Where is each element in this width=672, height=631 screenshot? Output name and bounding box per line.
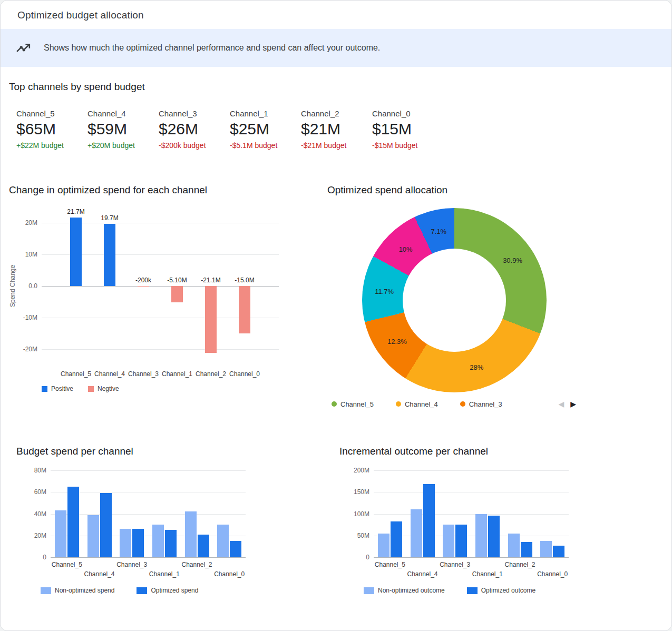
x-tick-label: Channel_3: [128, 370, 159, 378]
bar-optimized: [423, 484, 435, 557]
legend-prev-page-icon[interactable]: ◀: [558, 400, 564, 408]
spend-change-chart: Spend Change 20M10M0.0-10M-20M21.7M19.7M…: [42, 207, 279, 365]
legend-item: Channel_3: [460, 400, 502, 408]
gridline: [51, 536, 246, 536]
x-tick-label: Channel_1: [162, 370, 192, 378]
spend-change-chart-title: Change in optimized spend for each chann…: [9, 184, 307, 196]
legend-item: Channel_4: [396, 400, 438, 408]
bar-negative: [205, 286, 217, 353]
incremental-outcome-chart: 200M150M100M50M0: [374, 470, 569, 557]
y-tick-label: -10M: [23, 314, 37, 321]
value-label: -21.1M: [201, 277, 220, 284]
channel-value: $21M: [301, 120, 372, 139]
bar-negative: [138, 286, 149, 287]
bar-non-optimized: [475, 514, 487, 558]
y-tick-label: 100M: [354, 510, 369, 518]
bar-non-optimized: [443, 525, 454, 557]
donut-slice-label: 10%: [399, 245, 413, 253]
donut-slice-label: 12.3%: [387, 338, 407, 346]
bar-optimized: [165, 530, 177, 557]
bar-non-optimized: [540, 541, 552, 557]
legend-item: Non-optimized outcome: [364, 587, 445, 594]
incremental-outcome-x-axis: Channel_5Channel_4Channel_3Channel_1Chan…: [374, 557, 569, 580]
bar-optimized: [230, 541, 241, 557]
y-tick-label: 0.0: [28, 282, 37, 290]
channel-budget-delta: -$5.1M budget: [230, 141, 301, 150]
channel-budget-delta: -$200k budget: [159, 141, 230, 150]
legend-item: Optimized outcome: [467, 587, 535, 594]
gridline: [42, 349, 279, 350]
bar-negative: [171, 286, 183, 302]
incremental-outcome-legend: Non-optimized outcomeOptimized outcome: [364, 587, 592, 594]
panel-header: Optimized budget allocation: [1, 1, 671, 29]
y-tick-label: 20M: [25, 219, 37, 226]
channel-name: Channel_5: [16, 109, 87, 119]
channel-budget-delta: +$22M budget: [16, 141, 87, 150]
channel-card: Channel_5$65M+$22M budget: [16, 109, 87, 150]
channel-name: Channel_3: [159, 109, 230, 119]
x-tick-label: Channel_4: [84, 570, 114, 578]
x-tick-label: Channel_4: [94, 370, 125, 378]
legend-label: Non-optimized spend: [55, 587, 114, 594]
x-tick-label: Channel_0: [229, 370, 260, 378]
legend-label: Optimized outcome: [481, 587, 535, 594]
bar-negative: [239, 286, 250, 333]
spend-change-legend: PositiveNegtive: [42, 385, 307, 392]
bar-non-optimized: [378, 534, 389, 557]
y-axis-title: Spend Change: [9, 207, 16, 365]
channel-name: Channel_4: [87, 109, 159, 119]
donut-slice-label: 11.7%: [375, 287, 394, 295]
x-tick-label: Channel_2: [196, 370, 226, 378]
channel-budget-delta: +$20M budget: [87, 141, 159, 150]
budget-spend-x-axis: Channel_5Channel_4Channel_3Channel_1Chan…: [51, 557, 246, 580]
legend-item: Positive: [42, 385, 73, 392]
bar-optimized: [132, 529, 144, 557]
channel-card: Channel_1$25M-$5.1M budget: [230, 109, 301, 150]
value-label: -5.10M: [167, 277, 187, 284]
channel-name: Channel_1: [230, 109, 301, 119]
value-label: -200k: [135, 277, 151, 284]
legend-swatch: [42, 386, 47, 392]
x-tick-label: Channel_3: [440, 561, 470, 568]
charts-row-bottom: Budget spend per channel 80M60M40M20M0 C…: [1, 445, 671, 603]
top-channels-section: Top channels by spend budget Channel_5$6…: [1, 67, 671, 150]
legend-label: Positive: [51, 385, 73, 392]
donut-legend: Channel_5Channel_4Channel_3: [332, 400, 502, 408]
incremental-outcome-chart-section: Incremental outcome per channel 200M150M…: [339, 445, 592, 594]
y-tick-label: 50M: [357, 532, 369, 539]
bar-non-optimized: [185, 511, 197, 557]
channel-value: $59M: [87, 120, 159, 139]
y-tick-label: 60M: [34, 488, 46, 496]
channel-value: $25M: [230, 120, 301, 139]
channel-value: $15M: [372, 120, 443, 139]
x-tick-label: Channel_1: [149, 570, 180, 578]
charts-row-top: Change in optimized spend for each chann…: [1, 184, 671, 410]
bar-positive: [104, 224, 115, 286]
y-tick-label: 0: [43, 554, 46, 561]
x-tick-label: Channel_5: [61, 370, 91, 378]
channel-card: Channel_3$26M-$200k budget: [159, 109, 230, 150]
y-tick-label: -20M: [23, 346, 37, 353]
legend-swatch: [332, 401, 337, 407]
incremental-outcome-chart-title: Incremental outcome per channel: [339, 445, 592, 458]
channel-budget-delta: -$15M budget: [372, 141, 443, 150]
budget-spend-legend: Non-optimized spendOptimized spend: [41, 587, 269, 594]
channel-name: Channel_2: [301, 109, 372, 119]
channel-card: Channel_2$21M-$21M budget: [301, 109, 372, 150]
legend-next-page-icon[interactable]: ▶: [570, 400, 576, 408]
bar-optimized: [553, 546, 564, 557]
legend-swatch: [467, 587, 478, 594]
x-tick-label: Channel_5: [52, 561, 82, 568]
legend-item: Optimized spend: [137, 587, 198, 594]
gridline: [51, 514, 246, 515]
channel-budget-delta: -$21M budget: [301, 141, 372, 150]
spend-change-x-axis: Channel_5Channel_4Channel_3Channel_1Chan…: [42, 368, 279, 380]
value-label: 19.7M: [101, 214, 118, 222]
bar-non-optimized: [87, 515, 99, 557]
bar-optimized: [521, 542, 532, 557]
legend-label: Channel_4: [405, 400, 438, 408]
spend-allocation-donut-chart: 30.9%28%12.3%11.7%10%7.1%: [362, 208, 547, 392]
gridline: [374, 514, 569, 515]
legend-swatch: [88, 386, 94, 392]
page-title: Optimized budget allocation: [17, 9, 655, 21]
